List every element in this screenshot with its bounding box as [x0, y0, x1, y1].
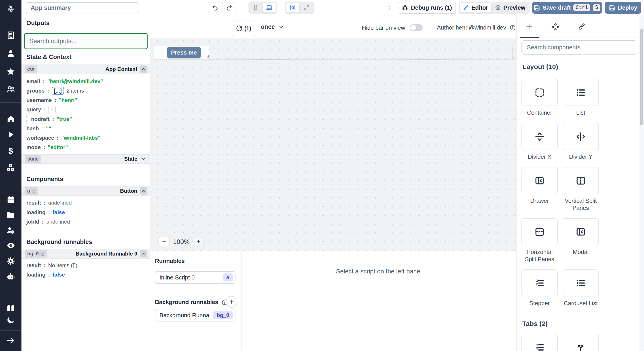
- canvas-header: (1) once Hide bar on view Author henri@w…: [150, 16, 516, 38]
- dark-mode-moon-icon[interactable]: [6, 316, 15, 324]
- search-components-input[interactable]: [522, 40, 636, 54]
- divider-y-icon: [576, 132, 586, 142]
- app-summary-input[interactable]: [26, 2, 139, 14]
- undo-button[interactable]: [208, 2, 222, 13]
- background-runnable-item[interactable]: Background Runna... bg_0: [155, 309, 236, 322]
- pointer-hand-icon: ☝: [32, 188, 36, 194]
- panel-divider: [242, 251, 242, 351]
- component-card-divider-x[interactable]: Divider X: [522, 123, 558, 160]
- folders-icon[interactable]: [6, 210, 15, 220]
- save-draft-button[interactable]: Save draft Ctrl S: [532, 2, 602, 14]
- chevron-down-icon: [278, 24, 284, 30]
- search-outputs-input[interactable]: [24, 33, 148, 49]
- home-icon[interactable]: [6, 114, 15, 123]
- more-menu-button[interactable]: [384, 3, 394, 13]
- runs-play-icon[interactable]: [6, 130, 15, 139]
- empty-object-chip[interactable]: -: [48, 106, 56, 113]
- ai-robot-icon[interactable]: [6, 272, 15, 281]
- redo-button[interactable]: [222, 2, 236, 13]
- state-label: State: [124, 156, 137, 162]
- scrollbar-thumb[interactable]: [640, 29, 643, 125]
- ctx-row-groups: groups: [...] 2 items: [22, 86, 150, 96]
- press-me-button[interactable]: Press me: [167, 47, 201, 58]
- component-card-carousel-list[interactable]: Carousel List: [562, 270, 599, 307]
- svg-text:2: 2: [536, 346, 538, 350]
- resources-boxes-icon[interactable]: [6, 163, 15, 172]
- expand-array-chip[interactable]: [...]: [52, 87, 64, 94]
- debug-runs-button[interactable]: Debug runs (1): [398, 2, 456, 14]
- zoom-out-button[interactable]: −: [158, 237, 170, 246]
- undo-icon: [212, 4, 218, 11]
- workers-user-cog-icon[interactable]: [6, 226, 15, 235]
- windmill-logo-icon[interactable]: [6, 4, 16, 14]
- preview-label: Preview: [503, 4, 525, 11]
- tab-editor[interactable]: Editor: [460, 3, 491, 12]
- component-card-stepper[interactable]: 1 2 Stepper: [522, 270, 558, 307]
- maximize-icon: [304, 4, 310, 11]
- zoom-in-button[interactable]: +: [193, 237, 204, 246]
- state-section-row[interactable]: state State: [22, 154, 150, 164]
- refresh-mode-select[interactable]: once: [261, 24, 284, 30]
- component-card-vertical-split[interactable]: Vertical Split Panes: [562, 167, 599, 212]
- editor-label: Editor: [471, 4, 488, 11]
- vertical-split-icon: [576, 176, 586, 186]
- carousel-list-icon: [576, 278, 586, 288]
- schedules-calendar-icon[interactable]: [6, 196, 15, 204]
- component-card-divider-y[interactable]: Divider Y: [562, 123, 599, 160]
- bg0-row-result: result: No items ([]): [22, 261, 150, 270]
- fullwidth-button[interactable]: [300, 3, 313, 12]
- user-icon[interactable]: [6, 49, 15, 58]
- favorites-star-icon[interactable]: [6, 67, 15, 76]
- redo-icon: [226, 4, 232, 11]
- component-card-horizontal-split[interactable]: Horizontal Split Panes: [522, 218, 558, 263]
- brush-icon: [578, 23, 585, 31]
- tab-component-settings[interactable]: [549, 20, 562, 34]
- component-card-modal[interactable]: Modal: [562, 218, 599, 263]
- app-canvas[interactable]: Press me − 100% +: [150, 38, 516, 251]
- settings-gear-icon[interactable]: [6, 257, 15, 266]
- state-context-title: State & Context: [26, 54, 71, 60]
- pencil-icon: [463, 4, 469, 11]
- container-icon: [534, 88, 545, 98]
- component-card-drawer[interactable]: Drawer: [522, 167, 558, 212]
- expand-state-button[interactable]: [140, 156, 147, 162]
- tab-styling[interactable]: [575, 20, 588, 34]
- library-scrollbar[interactable]: [639, 16, 644, 351]
- ctx-row-username: username: "henri": [22, 96, 150, 105]
- modal-icon: [576, 227, 586, 237]
- component-card-container[interactable]: Container: [522, 79, 558, 116]
- ctx-section-row[interactable]: ctx App Context: [22, 64, 150, 74]
- resize-handle-icon[interactable]: [205, 54, 209, 58]
- top-toolbar: Debug runs (1) Editor Preview Save draft…: [22, 0, 644, 16]
- collapse-bg0-button[interactable]: [140, 250, 147, 257]
- deploy-button[interactable]: Deploy: [605, 2, 641, 14]
- center-align-button[interactable]: [286, 3, 300, 12]
- audit-eye-icon[interactable]: [6, 241, 15, 250]
- tab-insert-component[interactable]: [522, 20, 536, 34]
- left-rail: $: [0, 0, 22, 351]
- hide-bar-toggle[interactable]: [410, 24, 422, 31]
- desktop-view-button[interactable]: [262, 3, 276, 12]
- tabs-list-icon: 1 2: [534, 342, 545, 351]
- add-background-runnable-button[interactable]: [226, 296, 238, 308]
- inline-script-item[interactable]: Inline Script 0 a: [155, 271, 236, 284]
- component-card-list[interactable]: List: [562, 79, 599, 116]
- collapse-arrow-right-icon[interactable]: [6, 336, 15, 345]
- component-a-badge: a ☝: [24, 187, 38, 195]
- component-a-row[interactable]: a ☝ Button: [22, 186, 150, 196]
- ctx-label: App Context: [105, 66, 137, 72]
- groups-users-icon[interactable]: [6, 85, 15, 94]
- refresh-app-button[interactable]: (1): [232, 20, 255, 36]
- mobile-view-button[interactable]: [250, 3, 262, 12]
- tab-preview[interactable]: Preview: [492, 3, 528, 12]
- component-card-tabs[interactable]: 1 2: [522, 334, 558, 351]
- docs-book-icon[interactable]: [6, 304, 15, 313]
- variables-dollar-icon[interactable]: $: [6, 147, 15, 156]
- collapse-component-a-button[interactable]: [140, 187, 147, 194]
- divider-x-icon: [534, 132, 545, 142]
- collapse-ctx-button[interactable]: [140, 66, 147, 73]
- component-card-conditional-tabs[interactable]: [562, 334, 599, 351]
- bg0-row[interactable]: bg_0 ☝ Background Runnable 0: [22, 249, 150, 259]
- svg-text:$: $: [8, 147, 13, 156]
- workspace-building-icon[interactable]: [6, 31, 15, 40]
